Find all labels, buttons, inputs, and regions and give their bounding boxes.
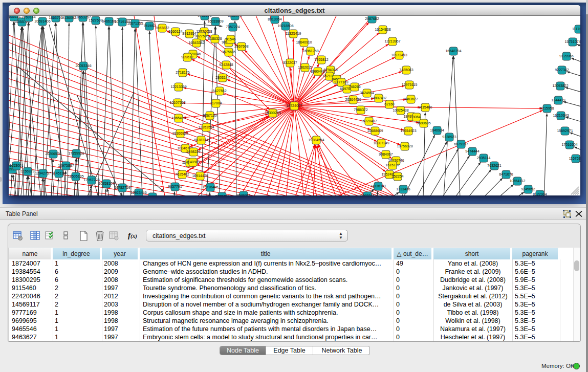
svg-text:8215958: 8215958 — [540, 106, 554, 110]
svg-text:20206576: 20206576 — [45, 152, 61, 156]
svg-text:17957223: 17957223 — [83, 178, 99, 182]
svg-text:751552: 751552 — [143, 24, 155, 28]
svg-text:7357224: 7357224 — [226, 25, 239, 29]
svg-text:10654112: 10654112 — [510, 179, 526, 183]
svg-text:10688609: 10688609 — [367, 129, 383, 133]
svg-text:7986372: 7986372 — [354, 108, 367, 112]
svg-text:18724007: 18724007 — [286, 104, 302, 107]
svg-text:91546: 91546 — [226, 37, 236, 41]
svg-text:12213967: 12213967 — [384, 39, 400, 43]
svg-text:2803144: 2803144 — [215, 76, 229, 79]
svg-text:3675685: 3675685 — [222, 50, 235, 54]
svg-text:12923446: 12923446 — [130, 191, 146, 194]
svg-text:2867608: 2867608 — [234, 45, 248, 48]
svg-text:8427552: 8427552 — [212, 89, 226, 93]
svg-text:15720407: 15720407 — [361, 119, 377, 123]
svg-text:8660124: 8660124 — [168, 30, 182, 33]
svg-text:6794028: 6794028 — [323, 68, 337, 72]
svg-text:7733426: 7733426 — [215, 194, 229, 195]
svg-text:8267130: 8267130 — [203, 114, 216, 117]
svg-text:7663822: 7663822 — [155, 26, 169, 30]
svg-text:10107552: 10107552 — [169, 101, 185, 104]
svg-text:17016504: 17016504 — [561, 143, 577, 146]
svg-text:1863701: 1863701 — [49, 16, 62, 19]
svg-text:11325419: 11325419 — [286, 32, 301, 35]
svg-text:20053346: 20053346 — [75, 64, 91, 68]
svg-text:19218506: 19218506 — [277, 24, 293, 28]
svg-text:9245652: 9245652 — [521, 187, 535, 191]
svg-text:9634011: 9634011 — [237, 193, 251, 195]
svg-text:10025438: 10025438 — [393, 108, 408, 112]
svg-text:1965493: 1965493 — [171, 116, 185, 120]
svg-text:19166829: 19166829 — [172, 132, 188, 135]
svg-text:2718176: 2718176 — [176, 71, 189, 74]
svg-text:7625402: 7625402 — [175, 172, 189, 176]
svg-text:12505135: 12505135 — [68, 174, 83, 178]
svg-text:10975887: 10975887 — [58, 164, 74, 167]
svg-text:9657791: 9657791 — [168, 185, 182, 188]
svg-text:1156829: 1156829 — [21, 169, 35, 173]
svg-text:19756928: 19756928 — [397, 144, 412, 148]
svg-text:12093822: 12093822 — [552, 84, 568, 87]
svg-text:1145194: 1145194 — [52, 171, 66, 175]
svg-text:8813054: 8813054 — [268, 17, 281, 21]
svg-text:19384554: 19384554 — [308, 138, 324, 142]
svg-text:16210643: 16210643 — [553, 114, 569, 117]
svg-text:117004: 117004 — [210, 101, 222, 105]
svg-text:62160: 62160 — [384, 102, 395, 106]
svg-text:9699695: 9699695 — [417, 121, 430, 125]
svg-text:8131074: 8131074 — [228, 16, 242, 17]
svg-text:9129966: 9129966 — [559, 54, 573, 58]
svg-text:9092345: 9092345 — [360, 194, 374, 195]
svg-text:3624554: 3624554 — [360, 91, 374, 95]
svg-text:16543382: 16543382 — [188, 41, 204, 45]
svg-text:8322037: 8322037 — [283, 61, 297, 64]
svg-text:9242848: 9242848 — [219, 63, 233, 67]
svg-text:15716485: 15716485 — [202, 185, 218, 189]
svg-text:16782759: 16782759 — [114, 186, 130, 189]
svg-text:8990448: 8990448 — [311, 70, 324, 73]
svg-text:10973493: 10973493 — [391, 53, 407, 57]
svg-text:9084067: 9084067 — [379, 152, 393, 156]
svg-text:10807487: 10807487 — [371, 96, 386, 100]
svg-text:18807249: 18807249 — [373, 141, 389, 145]
svg-text:12975115: 12975115 — [402, 83, 418, 86]
svg-text:9115460: 9115460 — [419, 105, 432, 109]
svg-text:8874034: 8874034 — [145, 195, 159, 195]
svg-text:1244419: 1244419 — [551, 98, 565, 102]
svg-text:1527602: 1527602 — [89, 18, 102, 22]
svg-text:252254: 252254 — [391, 174, 403, 178]
svg-text:15692971: 15692971 — [557, 129, 573, 133]
svg-text:16154838: 16154838 — [375, 28, 390, 31]
svg-text:8471676: 8471676 — [499, 172, 513, 176]
svg-text:1640934: 1640934 — [430, 128, 444, 132]
svg-text:16914479: 16914479 — [192, 174, 208, 178]
svg-text:1615132: 1615132 — [385, 163, 399, 167]
svg-text:2769144: 2769144 — [21, 16, 35, 19]
svg-text:17359928: 17359928 — [68, 151, 84, 155]
svg-text:19654923: 19654923 — [400, 129, 416, 133]
svg-text:8186328: 8186328 — [208, 37, 222, 40]
svg-text:16961758: 16961758 — [302, 49, 318, 53]
svg-text:1653001: 1653001 — [9, 164, 23, 167]
svg-text:7485063: 7485063 — [399, 68, 413, 72]
svg-text:9463627: 9463627 — [404, 97, 418, 101]
svg-text:12213369: 12213369 — [170, 85, 186, 89]
svg-text:20364436: 20364436 — [345, 98, 361, 101]
svg-text:1733426: 1733426 — [396, 187, 410, 191]
svg-text:8878334: 8878334 — [194, 138, 208, 142]
svg-text:9827500: 9827500 — [194, 34, 208, 38]
svg-text:1167534: 1167534 — [569, 157, 580, 160]
svg-text:16671355: 16671355 — [127, 21, 143, 25]
svg-text:8122904: 8122904 — [533, 192, 547, 195]
svg-text:12942757: 12942757 — [35, 171, 51, 175]
svg-text:6679197: 6679197 — [454, 142, 468, 146]
svg-text:15751074: 15751074 — [564, 40, 580, 43]
svg-text:2935114: 2935114 — [477, 156, 491, 160]
svg-text:9474444: 9474444 — [465, 149, 479, 153]
svg-text:9064: 9064 — [412, 115, 421, 119]
svg-text:9136092: 9136092 — [62, 16, 76, 19]
svg-text:9227342: 9227342 — [555, 68, 569, 72]
svg-text:7632621: 7632621 — [487, 164, 501, 167]
svg-text:10958107: 10958107 — [98, 182, 114, 185]
